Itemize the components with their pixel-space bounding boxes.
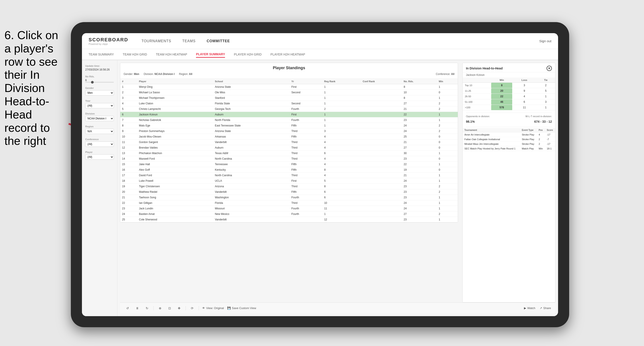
table-row[interactable]: 4 Luke Claton Florida State Second 1 27 …	[120, 101, 458, 106]
h2h-row: >100 578 11 1	[463, 105, 555, 110]
h2h-close-button[interactable]: ✕	[546, 66, 552, 71]
table-row[interactable]: 22 Ian Gilligan Florida Third 10 24 1	[120, 200, 458, 206]
table-row[interactable]: 15 Jake Hall Tennessee Fifth 4 22 1	[120, 162, 458, 167]
subnav-team-h2h-heatmap[interactable]: TEAM H2H HEATMAP	[156, 51, 187, 57]
cell-yr: Fifth	[290, 123, 322, 129]
cell-player: Preston Summerhays	[137, 129, 213, 134]
table-row[interactable]: 1 Wenyi Ding Arizona State First 1 8 1	[120, 84, 458, 90]
slider-container	[85, 82, 114, 83]
table-row[interactable]: 20 Matthew Riedel Vanderbilt Fifth 6 23 …	[120, 189, 458, 195]
slider[interactable]	[85, 82, 114, 83]
table-row[interactable]: 10 Jacob Mou-Olesen Arkansas Fifth 4 25 …	[120, 134, 458, 140]
subnav-team-h2h-grid[interactable]: TEAM H2H GRID	[123, 51, 147, 57]
cell-win: 0	[437, 140, 458, 145]
table-row[interactable]: 14 Maxwell Ford North Carolina Third 4 2…	[120, 156, 458, 162]
table-row[interactable]: 11 Gordon Sargent Vanderbilt Third 4 21 …	[120, 140, 458, 145]
wlt-value: 674 - 33 - 12	[534, 120, 552, 123]
subnav-team-summary[interactable]: TEAM SUMMARY	[88, 51, 114, 57]
save-custom-button[interactable]: 💾 Save Custom View	[227, 306, 256, 310]
cell-rds: 23	[402, 117, 437, 123]
cell-school: Washington	[213, 195, 290, 200]
table-row[interactable]: 6 Jackson Koivun Auburn First 1 22 1	[120, 112, 458, 117]
view-original-button[interactable]: 👁 View: Original	[202, 306, 224, 310]
division-label: Division	[85, 112, 114, 115]
cell-school: East Tennessee State	[213, 123, 290, 129]
year-section: Year (All)	[85, 100, 114, 108]
cell-school: Missouri	[213, 206, 290, 211]
subnav-player-h2h-heatmap[interactable]: PLAYER H2H HEATMAP	[270, 51, 305, 57]
cell-yr	[290, 217, 322, 222]
table-row[interactable]: 2 Michael La Sasso Ole Miss Second 1 10 …	[120, 90, 458, 95]
cell-reg: 6	[322, 195, 361, 200]
cell-yr	[290, 95, 322, 101]
reset-button[interactable]: ⟳	[189, 306, 195, 311]
division-select[interactable]: NCAA Division I	[85, 116, 114, 121]
player-select[interactable]: (All)	[85, 154, 114, 160]
year-select[interactable]: (All)	[85, 103, 114, 108]
no-rds-label: No Rds.	[85, 75, 114, 78]
nav-tournaments[interactable]: TOURNAMENTS	[142, 38, 171, 44]
cell-school: Arkansas	[213, 134, 290, 140]
table-row[interactable]: 18 Luke Powell UCLA First 5 24 1	[120, 178, 458, 184]
cell-player: David Ford	[137, 173, 213, 178]
h2h-row: Top 10 8 3 2	[463, 83, 555, 88]
conference-section: Conference (All)	[85, 138, 114, 147]
cell-num: 9	[120, 129, 137, 134]
nav-items: TOURNAMENTS TEAMS COMMITTEE	[142, 38, 539, 44]
h2h-win: 8	[491, 83, 512, 88]
cell-school: North Carolina	[213, 173, 290, 178]
table-row[interactable]: 16 Alex Goff Kentucky Fifth 8 19 0	[120, 167, 458, 173]
table-row[interactable]: 9 Preston Summerhays Arizona State Third…	[120, 129, 458, 134]
table-row[interactable]: 7 Nicholas Gabrelcik North Florida Fourt…	[120, 117, 458, 123]
cell-player: Bastien Amat	[137, 211, 213, 217]
zoom-button[interactable]: ⊕	[157, 306, 163, 311]
cell-num: 6	[120, 112, 137, 117]
divider	[466, 113, 552, 113]
cell-win: 0	[437, 156, 458, 162]
table-row[interactable]: 24 Bastien Amat New Mexico Fourth 1 27 2	[120, 211, 458, 217]
table-row[interactable]: 8 Mats Ege East Tennessee State Fifth 1 …	[120, 123, 458, 129]
h2h-win: 20	[491, 88, 512, 94]
fit-button[interactable]: ⊡	[166, 306, 173, 311]
table-row[interactable]: 19 Tiger Christensen Arizona Third 8 23 …	[120, 184, 458, 189]
nav-committee[interactable]: COMMITTEE	[206, 38, 230, 44]
table-row[interactable]: 3 Michael Thorbjornsen Stanford 1 8 1	[120, 95, 458, 101]
record-section: 98.1% 674 - 33 - 12	[463, 119, 555, 126]
col-yr: Yr	[290, 79, 322, 84]
pause-button[interactable]: ⏸	[134, 306, 141, 311]
table-row[interactable]: 23 Jack Lundin Missouri Fourth 11 24 1	[120, 206, 458, 211]
cell-player: Alex Goff	[137, 167, 213, 173]
share-button[interactable]: ↗ Share	[540, 306, 551, 310]
filter-gender: Gender: Men	[124, 72, 139, 76]
cell-player: Mats Ege	[137, 123, 213, 129]
gender-select[interactable]: Men	[85, 90, 114, 96]
table-row[interactable]: 25 Cole Sherwood Vanderbilt 12 23 1	[120, 217, 458, 222]
table-row[interactable]: 17 David Ford North Carolina Third 4 21 …	[120, 173, 458, 178]
conference-select[interactable]: (All)	[85, 142, 114, 147]
redo-button[interactable]: ↻	[144, 306, 150, 311]
undo-button[interactable]: ↺	[124, 306, 131, 311]
cell-reg: 1	[322, 101, 361, 106]
cell-rds: 10	[402, 90, 437, 95]
cell-player: Luke Claton	[137, 101, 213, 106]
subnav-player-h2h-grid[interactable]: PLAYER H2H GRID	[234, 51, 262, 57]
nav-teams[interactable]: TEAMS	[182, 38, 196, 44]
cell-num: 17	[120, 173, 137, 178]
cell-conf	[361, 184, 402, 189]
cell-conf	[361, 90, 402, 95]
watch-button[interactable]: ▶ Watch	[524, 306, 535, 310]
cell-num: 4	[120, 101, 137, 106]
table-row[interactable]: 12 Brendan Valdes Auburn Third 4 27 0	[120, 145, 458, 151]
region-select[interactable]: N/A	[85, 129, 114, 134]
cell-rds: 23	[402, 156, 437, 162]
pan-button[interactable]: ✥	[176, 306, 182, 311]
cell-rds: 23	[402, 217, 437, 222]
table-row[interactable]: 5 Christo Lamprecht Georgia Tech Fourth …	[120, 106, 458, 112]
sign-out-button[interactable]: Sign out	[539, 39, 552, 43]
cell-win: 1	[437, 84, 458, 90]
table-row[interactable]: 13 Phichaksn Maichon Texas A&M Third 6 3…	[120, 151, 458, 156]
table-row[interactable]: 21 Taehoon Song Washington Fourth 6 23 1	[120, 195, 458, 200]
cell-player: Nicholas Gabrelcik	[137, 117, 213, 123]
cell-win: 2	[437, 123, 458, 129]
subnav-player-summary[interactable]: PLAYER SUMMARY	[196, 51, 225, 58]
